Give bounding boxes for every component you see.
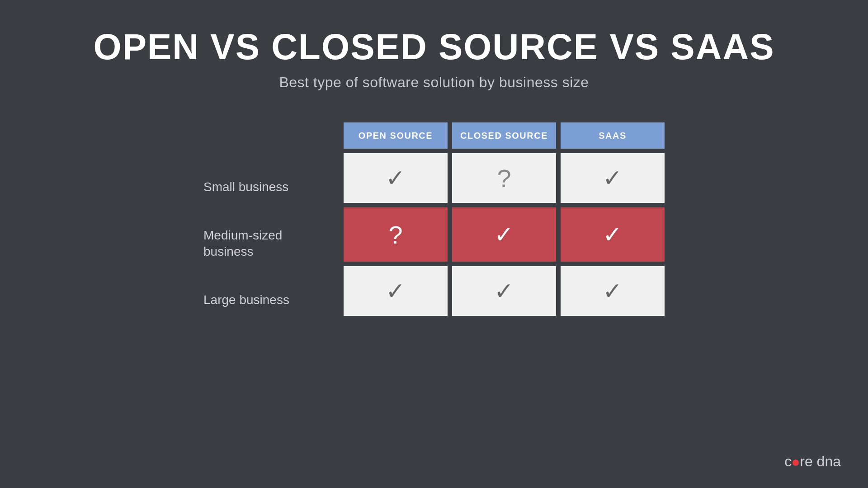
data-rows: ✓ ? ✓ ? ✓ ✓	[344, 153, 665, 316]
brand-dot-icon	[792, 459, 799, 466]
check-icon: ✓	[603, 277, 623, 305]
column-headers: OPEN SOURCE CLOSED SOURCE SAAS	[344, 122, 665, 149]
cell-large-saas: ✓	[561, 266, 665, 316]
cell-small-saas: ✓	[561, 153, 665, 203]
check-icon: ✓	[386, 277, 406, 305]
col-header-closed-source: CLOSED SOURCE	[452, 122, 556, 149]
check-icon: ✓	[603, 164, 623, 192]
brand-letter-c: c	[784, 453, 792, 470]
row-label-small: Small business	[203, 162, 330, 212]
svg-point-0	[793, 460, 799, 466]
cell-small-open: ✓	[344, 153, 448, 203]
grid: OPEN SOURCE CLOSED SOURCE SAAS ✓ ? ✓ ?	[344, 122, 665, 316]
row-medium-business: ? ✓ ✓	[344, 207, 665, 262]
logo-text: c re dna	[784, 453, 841, 470]
cell-large-open: ✓	[344, 266, 448, 316]
row-small-business: ✓ ? ✓	[344, 153, 665, 203]
check-icon: ✓	[494, 277, 514, 305]
cell-large-closed: ✓	[452, 266, 556, 316]
comparison-table: Small business Medium-sizedbusiness Larg…	[203, 122, 665, 325]
row-large-business: ✓ ✓ ✓	[344, 266, 665, 316]
subtitle: Best type of software solution by busine…	[93, 74, 774, 91]
col-header-open-source: OPEN SOURCE	[344, 122, 448, 149]
cell-medium-closed: ✓	[452, 207, 556, 262]
main-title: OPEN VS CLOSED SOURCE VS SAAS	[93, 27, 774, 67]
check-icon: ✓	[494, 221, 514, 248]
row-labels: Small business Medium-sizedbusiness Larg…	[203, 122, 330, 325]
col-header-saas: SAAS	[561, 122, 665, 149]
header-section: OPEN VS CLOSED SOURCE VS SAAS Best type …	[93, 27, 774, 91]
cell-medium-open: ?	[344, 207, 448, 262]
row-label-large: Large business	[203, 275, 330, 325]
brand-logo: c re dna	[784, 453, 841, 470]
brand-text-rest: re dna	[800, 453, 841, 470]
question-icon: ?	[388, 220, 402, 249]
row-label-medium: Medium-sizedbusiness	[203, 216, 330, 271]
check-icon: ✓	[603, 221, 623, 248]
cell-medium-saas: ✓	[561, 207, 665, 262]
question-icon: ?	[497, 164, 511, 193]
check-icon: ✓	[386, 164, 406, 192]
cell-small-closed: ?	[452, 153, 556, 203]
